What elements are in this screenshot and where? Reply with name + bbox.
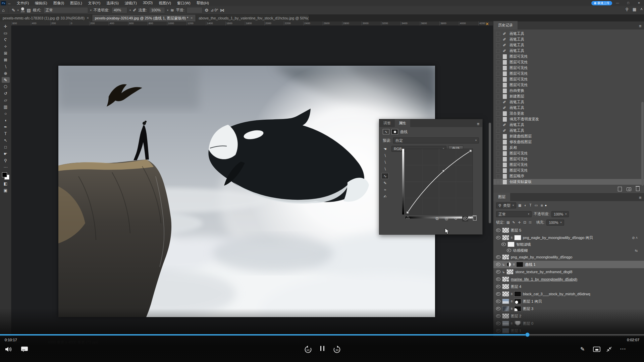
menu-item-5[interactable]: 选择(S) xyxy=(104,0,121,6)
history-item-21[interactable]: 图层可见性 xyxy=(493,150,644,156)
filter-type-layers-icon[interactable]: T xyxy=(530,203,532,207)
layer-row-7[interactable]: marine_life_1_by_moonglowlilly_d5abgh xyxy=(493,276,644,283)
type-tool[interactable]: T xyxy=(2,131,10,136)
history-item-25[interactable]: 图层顺序 xyxy=(493,173,644,179)
visibility-eye-icon[interactable] xyxy=(496,285,500,288)
pen-tool[interactable]: ✒ xyxy=(2,124,10,130)
menu-item-3[interactable]: 图层(L) xyxy=(67,0,85,6)
symmetry-icon[interactable]: ⋈ xyxy=(220,8,224,13)
history-source-checkbox[interactable] xyxy=(496,89,500,93)
reset-button[interactable]: ↺ xyxy=(453,216,459,222)
history-source-checkbox[interactable] xyxy=(496,32,500,36)
history-source-checkbox[interactable] xyxy=(496,38,500,42)
chevron-down-icon[interactable]: ▾ xyxy=(90,9,92,12)
new-doc-from-state-button[interactable] xyxy=(618,187,622,191)
layer-thumbnail[interactable] xyxy=(502,254,509,260)
visibility-eye-icon[interactable] xyxy=(496,236,500,239)
visibility-eye-icon[interactable] xyxy=(496,292,500,296)
history-item-26[interactable]: 创建剪贴蒙版 xyxy=(493,179,644,185)
layer-name[interactable]: 智能滤镜 xyxy=(516,242,531,247)
brush-preset-picker[interactable]: 200 xyxy=(21,7,25,13)
history-item-18[interactable]: 新建曲线图层 xyxy=(493,133,644,139)
color-swatches[interactable] xyxy=(2,172,9,180)
mask-link-icon[interactable]: 8 xyxy=(511,300,513,303)
visibility-eye-icon[interactable] xyxy=(501,243,506,246)
history-source-checkbox[interactable] xyxy=(496,60,500,64)
minimize-button[interactable]: — xyxy=(612,1,623,5)
chevron-down-icon[interactable]: ▾ xyxy=(167,9,168,12)
curves-graph[interactable] xyxy=(401,147,475,221)
scrollbar-thumb[interactable] xyxy=(489,123,491,223)
layer-opacity-input[interactable]: 100%▾ xyxy=(551,211,569,217)
curve-point-tool[interactable]: ∿ xyxy=(381,173,389,179)
history-source-checkbox[interactable] xyxy=(496,152,500,156)
gear-icon[interactable]: ⚙ xyxy=(205,8,209,13)
filter-options-icon[interactable]: ⇆ xyxy=(635,249,644,252)
layer-row-9[interactable]: 8black_cat_3___stock_by_mirish_d6idrwq xyxy=(493,290,644,298)
history-item-4[interactable]: 图层可见性 xyxy=(493,54,644,59)
layer-thumbnail[interactable] xyxy=(502,228,509,233)
layer-row-3[interactable]: 动感模糊⇆ xyxy=(493,247,644,253)
chevron-up-icon[interactable]: ˄ xyxy=(640,7,643,12)
menu-item-1[interactable]: 编辑(E) xyxy=(32,0,50,6)
layer-row-2[interactable]: 智能滤镜 xyxy=(493,241,644,247)
search-icon[interactable]: ⚲ xyxy=(626,7,629,12)
history-item-13[interactable]: ✐画笔工具 xyxy=(493,105,644,111)
layer-row-0[interactable]: 图层 5 xyxy=(493,227,644,234)
layer-row-5[interactable]: ↳8曲线 1 xyxy=(493,261,644,268)
mask-chip-icon[interactable] xyxy=(391,129,398,134)
lasso-tool[interactable]: Ϛ xyxy=(2,37,10,43)
layer-name[interactable]: 图层 1 拷贝 xyxy=(523,299,542,304)
layer-name[interactable]: png_eagle_by_moonglowlilly_d5nqgo xyxy=(511,255,572,259)
opacity-input[interactable]: 49% xyxy=(111,7,127,13)
history-source-checkbox[interactable] xyxy=(496,140,500,144)
history-source-checkbox[interactable] xyxy=(496,123,500,127)
history-item-11[interactable]: 新建图层 xyxy=(493,94,644,99)
edit-toolbar[interactable]: ⋯ xyxy=(2,164,10,170)
history-item-2[interactable]: ✐画笔工具 xyxy=(493,42,644,48)
history-source-checkbox[interactable] xyxy=(496,72,500,76)
canvas-vertical-scrollbar[interactable] xyxy=(488,25,491,337)
history-item-14[interactable]: 混合更改 xyxy=(493,111,644,116)
history-source-checkbox[interactable] xyxy=(496,55,500,59)
history-item-24[interactable]: 图层可见性 xyxy=(493,168,644,173)
filter-adjustment-layers-icon[interactable]: ◐ xyxy=(525,203,527,207)
history-scrollbar[interactable] xyxy=(641,102,644,186)
blur-tool[interactable]: ○ xyxy=(2,111,10,116)
menu-item-4[interactable]: 文字(Y) xyxy=(86,0,103,6)
history-item-9[interactable]: 图层可见性 xyxy=(493,82,644,88)
layer-name[interactable]: 动感模糊 xyxy=(513,248,528,253)
brush-panel-toggle-icon[interactable]: ▧ xyxy=(26,8,31,13)
visibility-eye-icon[interactable] xyxy=(496,278,500,281)
subtitle-button[interactable] xyxy=(21,346,28,352)
visibility-button[interactable] xyxy=(462,216,468,222)
volume-button[interactable] xyxy=(5,346,13,353)
visibility-eye-icon[interactable] xyxy=(496,255,500,259)
chevron-down-icon[interactable]: ▾ xyxy=(129,9,131,12)
layer-name[interactable]: black_cat_3___stock_by_mirish_d6idrwq xyxy=(523,292,590,296)
lock-all-icon[interactable]: ⚿ xyxy=(529,221,532,225)
upload-button[interactable]: 极速上传 xyxy=(591,1,612,5)
layer-mask-thumbnail[interactable] xyxy=(514,291,521,297)
chevron-down-icon[interactable]: ▾ xyxy=(17,9,19,12)
airbrush-icon[interactable]: ≋ xyxy=(170,8,174,13)
history-source-checkbox[interactable] xyxy=(496,43,500,47)
layer-thumbnail[interactable] xyxy=(502,284,509,289)
history-item-17[interactable]: ✐画笔工具 xyxy=(493,128,644,133)
home-icon[interactable]: ⌂ xyxy=(2,8,5,13)
pressure-opacity-icon[interactable]: ✐ xyxy=(133,8,137,13)
history-item-7[interactable]: 图层可见性 xyxy=(493,71,644,76)
delete-adjustment-button[interactable] xyxy=(472,216,478,222)
history-item-15[interactable]: 填充不透明度更改 xyxy=(493,116,644,122)
pause-button[interactable] xyxy=(319,346,325,351)
history-item-5[interactable]: 图层可见性 xyxy=(493,59,644,65)
frame-tool[interactable]: ⊠ xyxy=(2,57,10,63)
history-item-6[interactable]: 图层可见性 xyxy=(493,65,644,71)
preset-select[interactable]: 自定▾ xyxy=(393,137,479,143)
foreground-color[interactable] xyxy=(2,172,7,177)
history-source-checkbox[interactable] xyxy=(496,146,500,150)
history-source-checkbox[interactable] xyxy=(496,180,500,184)
tab-close-icon[interactable]: ✕ xyxy=(87,16,89,20)
clip-to-layer-button[interactable]: ⧉ xyxy=(434,216,440,222)
eraser-tool[interactable]: ▱ xyxy=(2,97,10,103)
